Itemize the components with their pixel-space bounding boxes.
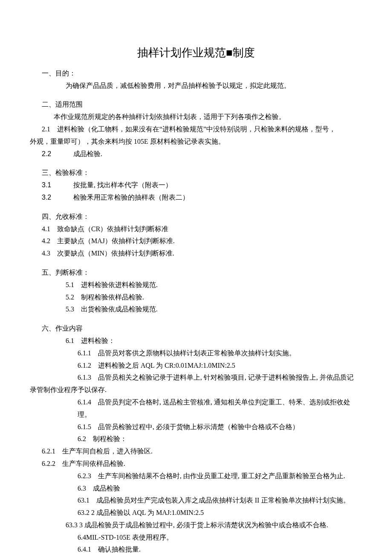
item-2-1-b: 外观，重量即可），其余来料均按 105E 原材料检验记录表实施。 xyxy=(30,136,362,148)
item-6-4: 6.4MIL-STD-105E 表使用程序。 xyxy=(30,532,362,544)
item-6-1-2: 6.1.2 进料检验之后 AQL 为 CR:0.01MAJ:1.0MIN:2.5 xyxy=(30,360,362,372)
item-6-1-1: 6.1.1 品管员对客供之原物料以抽样计划表正常检验单次抽样计划实施。 xyxy=(30,347,362,360)
item-6-2-3: 6.2.3 生产车间检验结果不合格时, 由作业员重工处理, 重工好之产品重新检验… xyxy=(30,470,362,482)
section-5-head: 五、判断标准： xyxy=(30,267,362,279)
item-5-1: 5.1 进料检验依进料检验规范. xyxy=(30,279,362,291)
section-1-body: 为确保产品品质，减低检验费用，对产品抽样检验予以规定，拟定此规范。 xyxy=(30,80,362,92)
item-6-1-3a: 6.1.3 品管员相关之检验记录于进料单上, 针对检验项目, 记录于进料检验报告… xyxy=(30,372,362,384)
section-3-head: 三、检验标准： xyxy=(30,167,362,179)
section-2-head: 二、适用范围 xyxy=(30,99,362,111)
item-3-1-num: 3.1 xyxy=(42,179,60,192)
document-title: 抽样计划作业规范■制度 xyxy=(30,43,362,63)
item-6-4-1: 6.4.1 确认抽检批量. xyxy=(30,543,362,555)
item-6-2-2: 6.2.2 生产车间依样品检验. xyxy=(30,458,362,470)
item-4-3: 4.3 次要缺点（MIN）依抽样计划判断标准. xyxy=(30,247,362,260)
item-5-3: 5.3 出货检验依成品检验规范. xyxy=(30,303,362,316)
title-part-a: 抽样计划作业规范 xyxy=(137,46,226,59)
title-part-b: 制度 xyxy=(233,46,255,59)
document-page: 抽样计划作业规范■制度 一、目的： 为确保产品品质，减低检验费用，对产品抽样检验… xyxy=(0,0,392,555)
item-5-2: 5.2 制程检验依样品检验. xyxy=(30,291,362,304)
item-6-3-2: 63.2 2 成品检验以 AQL 为 MAJ:1.0MIN:2.5 xyxy=(30,507,362,519)
item-3-1: 3.1 按批量, 找出样本代字（附表一） xyxy=(30,179,362,192)
item-4-2: 4.2 主要缺点（MAJ）依抽样计划判断标准. xyxy=(30,235,362,247)
item-2-2-num: 2.2 xyxy=(42,148,60,160)
item-2-1-a: 2.1 进料检验（化工物料，如果没有在“进料检验规范”中没特别说明，只检验来料的… xyxy=(30,123,362,136)
item-3-1-txt: 按批量, 找出样本代字（附表一） xyxy=(73,181,172,189)
item-6-2-1: 6.2.1 生产车间自检后，进入待验区. xyxy=(30,445,362,458)
item-6-3: 6.3 成品检验 xyxy=(30,482,362,495)
section-6-head: 六、作业内容 xyxy=(30,323,362,335)
item-3-2-txt: 检验釆用正常检验的抽样表（附表二） xyxy=(73,194,189,201)
section-1-head: 一、目的： xyxy=(30,67,362,80)
item-2-2: 2.2 成品检验. xyxy=(30,148,362,160)
item-6-1: 6.1 进料检验： xyxy=(30,335,362,347)
black-square-icon: ■ xyxy=(226,46,233,59)
item-6-2: 6.2 制程检验： xyxy=(30,433,362,445)
item-6-3-3: 63.3 3 成品检验员于成品检验过程中, 必须于货上标示清楚状况为检验中或合格… xyxy=(30,519,362,532)
item-6-3-1: 63.1 成品检验员对生产完成包装入库之成品依抽样计划表 II 正常检验单次抽样… xyxy=(30,494,362,507)
item-3-2-num: 3.2 xyxy=(42,192,60,204)
item-2-2-txt: 成品检验. xyxy=(73,150,102,157)
section-2-body: 本作业规范所规定的各种抽样计划依抽样计划表，适用于下列各项作之检验。 xyxy=(30,111,362,123)
item-6-1-3b: 录管制作业程序予以保存. xyxy=(30,384,362,396)
item-3-2: 3.2 检验釆用正常检验的抽样表（附表二） xyxy=(30,192,362,204)
item-6-1-5: 6.1.5 品管员检验过程中, 必须于货物上标示清楚（检验中合格或不合格） xyxy=(30,421,362,433)
item-6-1-4: 6.1.4 品管员判定不合格时, 送品检主管核准, 通知相关单位判定重工、特釆、… xyxy=(30,396,362,421)
item-4-1: 4.1 致命缺点（CR）依抽样计划判断标准 xyxy=(30,223,362,235)
section-4-head: 四、允收标准： xyxy=(30,211,362,223)
